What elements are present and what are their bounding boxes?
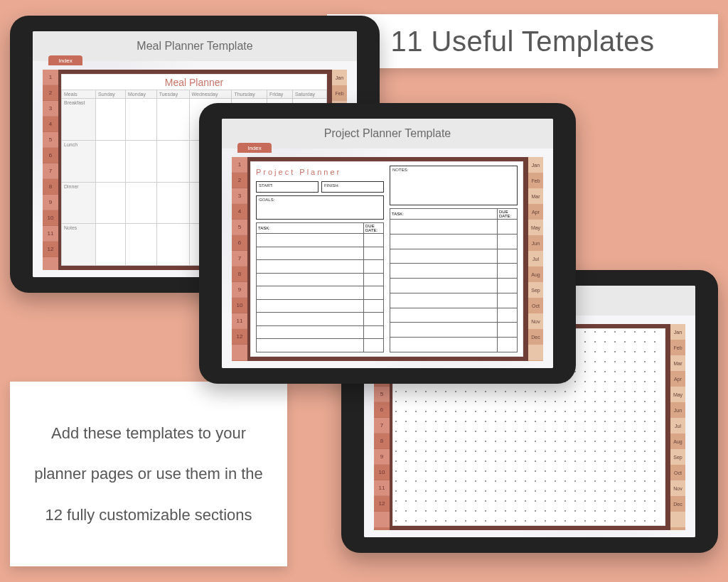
- number-tab[interactable]: 9: [374, 449, 390, 465]
- month-tab[interactable]: Apr: [528, 204, 543, 220]
- due-cell[interactable]: [364, 299, 384, 313]
- month-tab[interactable]: May: [670, 387, 685, 402]
- task-table-right[interactable]: TASK: DUE DATE:: [390, 208, 518, 352]
- number-tabs[interactable]: 123456789101112: [43, 70, 58, 270]
- month-tab[interactable]: Oct: [528, 298, 543, 313]
- number-tab[interactable]: 8: [232, 266, 247, 282]
- number-tab[interactable]: 11: [374, 480, 390, 496]
- due-cell[interactable]: [364, 247, 384, 260]
- month-tab[interactable]: Jan: [332, 70, 347, 85]
- task-cell[interactable]: [390, 308, 498, 323]
- number-tab[interactable]: 2: [232, 173, 247, 188]
- finish-field[interactable]: FINISH:: [321, 181, 384, 193]
- month-tab[interactable]: Jan: [670, 324, 685, 340]
- task-cell[interactable]: [257, 260, 364, 274]
- number-tab[interactable]: 12: [43, 242, 58, 257]
- meal-cell[interactable]: [126, 224, 157, 266]
- task-cell[interactable]: [390, 220, 498, 235]
- month-tab[interactable]: Feb: [332, 85, 347, 101]
- due-cell[interactable]: [498, 264, 518, 279]
- due-cell[interactable]: [498, 323, 518, 338]
- number-tab[interactable]: 4: [232, 204, 247, 220]
- notes-field[interactable]: NOTES:: [390, 166, 518, 205]
- due-cell[interactable]: [498, 234, 518, 249]
- due-cell[interactable]: [498, 293, 518, 308]
- number-tab[interactable]: 6: [232, 235, 247, 251]
- task-cell[interactable]: [390, 323, 498, 338]
- number-tab[interactable]: 11: [232, 313, 247, 329]
- month-tab[interactable]: Jun: [670, 402, 685, 418]
- due-cell[interactable]: [364, 286, 384, 300]
- number-tab[interactable]: 10: [43, 210, 58, 226]
- meal-cell[interactable]: [156, 182, 189, 224]
- due-cell[interactable]: [364, 325, 384, 339]
- task-cell[interactable]: [257, 339, 364, 352]
- number-tabs[interactable]: 123456789101112: [232, 157, 247, 361]
- month-tab[interactable]: Dec: [670, 496, 685, 512]
- due-cell[interactable]: [364, 313, 384, 326]
- due-cell[interactable]: [498, 338, 518, 352]
- due-cell[interactable]: [498, 249, 518, 264]
- month-tab[interactable]: Apr: [670, 371, 685, 387]
- task-cell[interactable]: [257, 234, 364, 247]
- month-tab[interactable]: Aug: [670, 433, 685, 449]
- index-tab[interactable]: Index: [237, 143, 272, 153]
- number-tab[interactable]: 3: [232, 188, 247, 204]
- month-tab[interactable]: Nov: [670, 480, 685, 496]
- meal-cell[interactable]: [96, 99, 126, 141]
- meal-cell[interactable]: [156, 224, 189, 266]
- due-cell[interactable]: [364, 234, 384, 247]
- due-cell[interactable]: [498, 308, 518, 323]
- month-tab[interactable]: Mar: [670, 355, 685, 371]
- task-cell[interactable]: [390, 279, 498, 293]
- number-tab[interactable]: 7: [43, 163, 58, 179]
- start-field[interactable]: START:: [256, 181, 318, 193]
- month-tab[interactable]: Oct: [670, 465, 685, 480]
- number-tab[interactable]: 2: [43, 85, 58, 101]
- task-cell[interactable]: [390, 293, 498, 308]
- month-tab[interactable]: May: [528, 220, 543, 235]
- due-cell[interactable]: [364, 273, 384, 286]
- month-tab[interactable]: Jun: [528, 235, 543, 251]
- number-tab[interactable]: 10: [374, 465, 390, 480]
- month-tab[interactable]: Jul: [528, 251, 543, 266]
- meal-cell[interactable]: [156, 140, 189, 182]
- number-tab[interactable]: 5: [43, 132, 58, 148]
- number-tab[interactable]: 5: [374, 387, 390, 402]
- number-tab[interactable]: 7: [232, 251, 247, 266]
- number-tab[interactable]: 8: [43, 179, 58, 195]
- task-table-left[interactable]: TASK: DUE DATE:: [256, 222, 384, 352]
- meal-cell[interactable]: [126, 99, 157, 141]
- number-tab[interactable]: 8: [374, 433, 390, 449]
- number-tab[interactable]: 7: [374, 418, 390, 433]
- task-cell[interactable]: [257, 299, 364, 313]
- number-tab[interactable]: 1: [232, 157, 247, 173]
- task-cell[interactable]: [257, 247, 364, 260]
- month-tabs[interactable]: JanFebMarAprMayJunJulAugSepOctNovDec: [668, 324, 685, 530]
- number-tab[interactable]: 9: [43, 195, 58, 210]
- number-tab[interactable]: 1: [43, 70, 58, 85]
- task-cell[interactable]: [257, 273, 364, 286]
- month-tab[interactable]: Aug: [528, 266, 543, 282]
- month-tab[interactable]: Dec: [528, 329, 543, 345]
- month-tab[interactable]: Jan: [528, 157, 543, 173]
- meal-cell[interactable]: [96, 224, 126, 266]
- month-tab[interactable]: Nov: [528, 313, 543, 329]
- task-cell[interactable]: [257, 286, 364, 300]
- month-tab[interactable]: Mar: [528, 188, 543, 204]
- number-tab[interactable]: 12: [232, 329, 247, 345]
- due-cell[interactable]: [498, 279, 518, 293]
- month-tab[interactable]: Sep: [528, 282, 543, 298]
- month-tab[interactable]: Feb: [528, 173, 543, 188]
- due-cell[interactable]: [364, 260, 384, 274]
- task-cell[interactable]: [390, 234, 498, 249]
- meal-cell[interactable]: [126, 140, 157, 182]
- meal-cell[interactable]: [156, 99, 189, 141]
- month-tab[interactable]: Sep: [670, 449, 685, 465]
- task-cell[interactable]: [390, 264, 498, 279]
- meal-cell[interactable]: [126, 182, 157, 224]
- month-tabs[interactable]: JanFebMarAprMayJunJulAugSepOctNovDec: [526, 157, 543, 361]
- number-tab[interactable]: 6: [43, 148, 58, 163]
- month-tab[interactable]: Feb: [670, 340, 685, 355]
- number-tab[interactable]: 11: [43, 226, 58, 242]
